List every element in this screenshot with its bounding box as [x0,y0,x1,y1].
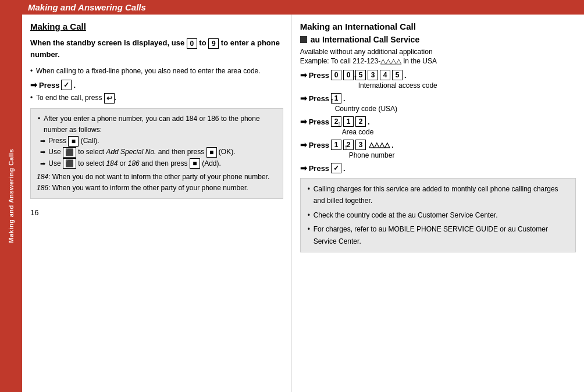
right-infobox-item1: Calling charges for this service are add… [314,183,569,207]
right-infobox-item2: Check the country code at the au Custome… [314,209,569,221]
right-infobox: Calling charges for this service are add… [300,178,576,252]
step1-annotation: ↑ International access code [358,81,576,90]
step3-press: Press [309,117,329,126]
step4-press: Press [309,141,329,149]
example-text: Example: To call 212-123-△△△△ in the USA [300,57,576,65]
step4-triangles: △△△△ [369,141,390,149]
step5-row: ➡ Press ✓ . [300,163,576,173]
infobox-main: After you enter a phone number, you can … [44,113,277,136]
left-column: Making a Call When the standby screen is… [22,15,292,392]
step3-arrow: ➡ [300,117,307,126]
page-number: 16 [30,208,283,217]
sidebar-label: Making and Answering Calls [8,149,15,243]
press-send: ➡ Press ✓ . [30,80,283,90]
key-send: ✓ [61,80,72,90]
main-content: Making and Answering Calls Making a Call… [22,0,584,392]
left-infobox: After you enter a phone number, you can … [30,108,283,199]
press-label: Press [39,81,59,90]
step3-annotation: ↑ Area code [342,128,576,136]
infobox-item2: Use ⬛ to select Add Special No. and then… [40,147,277,158]
intl-section-title: Making an International Call [300,22,576,31]
key-call: ■ [68,136,79,147]
step4-key2: 3 [355,140,366,150]
bullet-end-call: To end the call, press ↩. [36,92,283,104]
step1-key4: 4 [380,70,390,80]
step5-key: ✓ [331,163,341,173]
left-section-title: Making a Call [30,22,283,31]
step2-press: Press [309,94,329,103]
key-nav1: ⬛ [63,147,76,158]
step1-key2: 5 [355,70,366,80]
key-end: ↩ [104,93,115,104]
step3-row: ➡ Press 2 1 2 . [300,116,576,127]
step2: ➡ Press 1 . ↑ Country code (USA) [300,93,576,113]
infobox-item1: Press ■ (Call). [40,136,277,147]
step4-key0: 1 [331,140,341,150]
key-0: 0 [187,38,197,49]
step3-key1: 1 [343,116,354,127]
step5-press: Press [309,164,329,173]
infobox-item3: Use ⬛ to select 184 or 186 and then pres… [40,158,277,169]
key-ok: ■ [206,147,217,158]
step1: ➡ Press 0 0 5 3 4 5 . ↑ International ac… [300,70,576,90]
step1-row: ➡ Press 0 0 5 3 4 5 . [300,70,576,80]
step4-annotation: ↑ Phone number [349,151,576,159]
avail-text: Available without any additional applica… [300,48,576,56]
square-icon [300,36,307,43]
header-bar: Making and Answering Calls [22,0,584,15]
intro-text: When the standby screen is displayed, us… [30,37,283,60]
right-infobox-item3: For charges, refer to au MOBILE PHONE SE… [314,223,569,247]
step2-arrow: ➡ [300,94,307,103]
step1-key3: 3 [368,70,378,80]
step4: ➡ Press 1 2 3 △△△△ . ↑ Phone number [300,140,576,159]
step1-press: Press [309,71,329,80]
step1-key0: 0 [331,70,341,80]
note-184: 184: When you do not want to inform the … [37,172,277,183]
step4-arrow: ➡ [300,140,307,149]
step1-arrow: ➡ [300,70,307,80]
note-186: 186: When you want to inform the other p… [37,183,277,194]
step4-row: ➡ Press 1 2 3 △△△△ . [300,140,576,150]
step3: ➡ Press 2 1 2 . ↑ Area code [300,116,576,136]
arrow-icon: ➡ [30,80,37,90]
sidebar: Making and Answering Calls [0,0,22,392]
step3-key2: 2 [355,116,366,127]
step1-key5: 5 [392,70,403,80]
content-columns: Making a Call When the standby screen is… [22,15,584,392]
bullet-area-code: When calling to a fixed-line phone, you … [36,66,283,76]
intl-subtitle-text: au International Call Service [311,35,420,44]
header-title: Making and Answering Calls [28,2,146,12]
key-9: 9 [208,38,219,49]
step2-annotation: ↑ Country code (USA) [335,105,576,113]
key-add: ■ [190,158,200,169]
step5: ➡ Press ✓ . [300,163,576,173]
step2-row: ➡ Press 1 . [300,93,576,104]
key-nav2: ⬛ [63,158,76,169]
right-column: Making an International Call au Internat… [292,15,584,392]
step1-key1: 0 [343,70,354,80]
intl-subtitle: au International Call Service [300,35,576,44]
step5-arrow: ➡ [300,163,307,173]
